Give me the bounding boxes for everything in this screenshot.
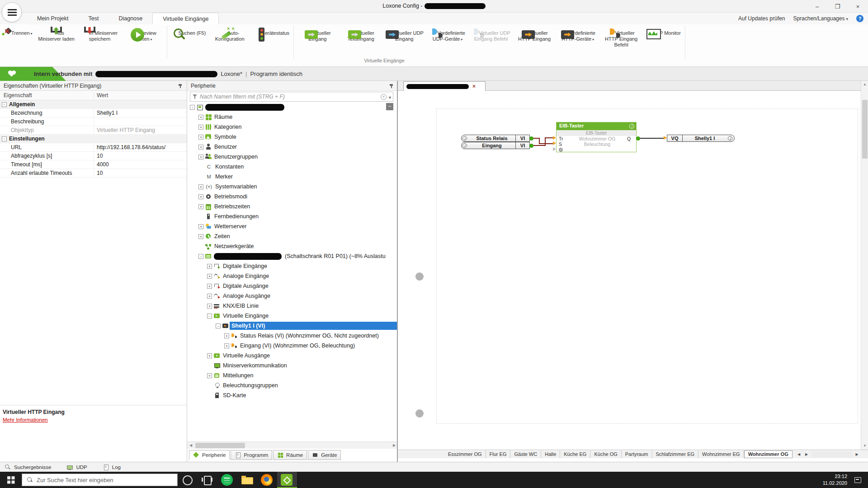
toolbar-virtueller-udp-eingang-befehl[interactable]: Virtueller UDP Eingang Befehl bbox=[469, 26, 513, 42]
scrollbar-thumb[interactable] bbox=[862, 100, 868, 159]
nav-page-dropdown[interactable] bbox=[402, 451, 410, 458]
tree-symbole[interactable]: + Symbole bbox=[187, 132, 398, 142]
tree-konstanten[interactable]: C Konstanten bbox=[187, 162, 398, 172]
tree-raeume[interactable]: + Räume bbox=[187, 112, 398, 122]
info-icon[interactable]: i bbox=[462, 143, 467, 148]
block-info-icon[interactable]: i bbox=[629, 124, 634, 129]
check-updates-link[interactable]: Auf Updates prüfen bbox=[738, 15, 785, 22]
ribbon-tab-test[interactable]: Test bbox=[78, 13, 108, 24]
canvas-horizontal-scrollbar[interactable] bbox=[811, 451, 852, 457]
tree-shelly1[interactable]: - Shelly1 I (VI) bbox=[187, 321, 398, 331]
close-button[interactable]: × bbox=[848, 0, 868, 13]
tree-knx-eib-linie[interactable]: + KNX/EIB Linie bbox=[187, 301, 398, 311]
tree-expander[interactable]: + bbox=[198, 155, 203, 160]
tree-expander[interactable]: + bbox=[224, 343, 229, 348]
group-collapse-icon[interactable]: - bbox=[2, 102, 7, 107]
nav-last-page[interactable] bbox=[433, 451, 441, 458]
diagram-input-status-relais[interactable]: i Status Relais VI bbox=[461, 135, 530, 142]
filter-options-icon[interactable] bbox=[389, 93, 391, 101]
page-tab-flur-eg[interactable]: Flur EG bbox=[486, 450, 511, 458]
ribbon-tab-virtuelle-eingaenge[interactable]: Virtuelle Eingänge bbox=[152, 13, 219, 24]
toolbar-virtueller-texteingang[interactable]: Virtueller Texteingang bbox=[339, 26, 382, 42]
toolbar-virtueller-eingang[interactable]: Virtueller Eingang bbox=[296, 26, 339, 42]
group-collapse-icon[interactable]: - bbox=[2, 136, 7, 141]
page-tab-kueche-eg[interactable]: Küche EG bbox=[560, 450, 590, 458]
tree-expander[interactable]: + bbox=[207, 373, 212, 378]
ribbon-tab-mein-projekt[interactable]: Mein Projekt bbox=[27, 13, 78, 24]
tree-expander[interactable]: + bbox=[198, 135, 203, 140]
tree-digitale-ausgaenge[interactable]: + Digitale Ausgänge bbox=[187, 281, 398, 291]
tree-expander[interactable] bbox=[198, 244, 203, 249]
tree-expander[interactable]: + bbox=[198, 234, 203, 239]
tree-merker[interactable]: M Merker bbox=[187, 172, 398, 182]
toolbar-trennen[interactable]: Trennen bbox=[2, 26, 35, 36]
tree-expander[interactable]: - bbox=[207, 314, 212, 319]
page-tab-esszimmer-og[interactable]: Esszimmer OG bbox=[444, 450, 486, 458]
taskbar-taskview-button[interactable] bbox=[198, 472, 217, 488]
collapse-all-button[interactable]: − bbox=[386, 103, 393, 110]
toolbar-virtueller-http-eingang[interactable]: Virtueller HTTP Eingang bbox=[513, 26, 556, 42]
languages-menu[interactable]: Sprachen/Languages bbox=[793, 15, 848, 22]
tree-expander[interactable]: + bbox=[224, 333, 229, 338]
tree-beleuchtungsgruppen[interactable]: Beleuchtungsgruppen bbox=[187, 380, 398, 390]
canvas-document-tab[interactable]: × bbox=[403, 81, 486, 91]
tree-kategorien[interactable]: + Kategorien bbox=[187, 122, 398, 132]
toolbar-geraetestatus[interactable]: Gerätestatus bbox=[251, 26, 292, 36]
tabs-scroll-left[interactable]: ◀ bbox=[795, 451, 803, 458]
tree-expander[interactable]: + bbox=[198, 145, 203, 150]
page-tab-kueche-og[interactable]: Küche OG bbox=[590, 450, 621, 458]
tree-eingang[interactable]: + Eingang (VI) (Wohnzimmer OG, Beleuchtu… bbox=[187, 341, 398, 351]
prop-anzahl-timeouts[interactable]: Anzahl erlaubte Timeouts 10 bbox=[0, 169, 187, 178]
toolbar-udp-monitor[interactable]: UDP Monitor bbox=[643, 26, 683, 36]
info-icon[interactable]: i bbox=[728, 136, 732, 141]
tab-close-icon[interactable]: × bbox=[472, 84, 476, 89]
tree-expander[interactable]: + bbox=[198, 224, 203, 229]
tree-virtuelle-ausgaenge[interactable]: + Virtuelle Ausgänge bbox=[187, 351, 398, 361]
tree-expander[interactable] bbox=[198, 214, 203, 219]
input-arrow-s-icon[interactable] bbox=[553, 141, 556, 145]
tree-miniserverkommunikation[interactable]: Miniserverkommunikation bbox=[187, 361, 398, 371]
tree-zeiten[interactable]: + Zeiten bbox=[187, 231, 398, 241]
tree-analoge-eingaenge[interactable]: + Analoge Eingänge bbox=[187, 271, 398, 281]
peri-tab-geraete[interactable]: Geräte bbox=[308, 450, 341, 460]
tree-expander[interactable]: + bbox=[207, 304, 212, 309]
virtual-output-pill[interactable]: VQ Shelly1 I i bbox=[667, 135, 735, 142]
peri-tab-programm[interactable]: Programm bbox=[231, 450, 272, 460]
tree-filter-input[interactable]: Nach Namen filtern mit (STRG + F) × bbox=[190, 92, 393, 102]
pin-icon[interactable] bbox=[389, 83, 394, 89]
tree-digitale-eingaenge[interactable]: + Digitale Eingänge bbox=[187, 261, 398, 271]
tree-miniserver[interactable]: - (Schaltschrank R01 P01) (~8% Auslastu bbox=[187, 251, 398, 261]
notification-center-icon[interactable] bbox=[854, 476, 862, 484]
tray-hidden-icons-button[interactable] bbox=[779, 476, 788, 484]
tree-expander[interactable] bbox=[198, 174, 203, 179]
prop-beschreibung[interactable]: Beschreibung bbox=[0, 117, 187, 126]
ribbon-tab-diagnose[interactable]: Diagnose bbox=[108, 13, 152, 24]
tabs-scroll-right[interactable]: ▶ bbox=[803, 451, 811, 458]
toolbar-virtueller-udp-eingang[interactable]: Virtueller UDP Eingang bbox=[382, 26, 426, 42]
tree-expander[interactable]: + bbox=[198, 194, 203, 199]
block-output-q[interactable]: Q bbox=[627, 136, 636, 141]
taskbar-spotify-button[interactable] bbox=[217, 472, 237, 488]
tree-expander[interactable] bbox=[207, 383, 212, 388]
scroll-left-icon[interactable]: ◀ bbox=[188, 443, 193, 448]
block-output-dot[interactable] bbox=[636, 136, 640, 141]
maximize-button[interactable]: ❐ bbox=[827, 0, 848, 13]
tree-betriebsmodi[interactable]: + Betriebsmodi bbox=[187, 192, 398, 202]
bottom-tab-udp[interactable]: UDP bbox=[66, 464, 87, 470]
peri-tab-raeume[interactable]: Räume bbox=[273, 450, 307, 460]
prop-abfragezyklus[interactable]: Abfragezyklus [s] 10 bbox=[0, 152, 187, 160]
toolbar-aus-miniserver-laden[interactable]: Aus Miniserver laden bbox=[35, 26, 78, 42]
output-connector-dot[interactable] bbox=[529, 144, 533, 148]
tree-expander[interactable] bbox=[207, 393, 212, 398]
scroll-down-icon[interactable]: ▼ bbox=[862, 443, 868, 449]
tree-expander[interactable]: + bbox=[207, 274, 212, 279]
page-tab-wohnzimmer-eg[interactable]: Wohnzimmer EG bbox=[698, 450, 744, 458]
tree-benutzergruppen[interactable]: + Benutzergruppen bbox=[187, 152, 398, 162]
tree-betriebszeiten[interactable]: + Betriebszeiten bbox=[187, 202, 398, 211]
block-input-tr[interactable]: Tr bbox=[557, 136, 567, 141]
tree-expander[interactable]: + bbox=[207, 264, 212, 269]
nav-prev-page[interactable] bbox=[418, 451, 425, 458]
taskbar-cortana-button[interactable] bbox=[178, 472, 198, 488]
tree-expander[interactable]: + bbox=[198, 204, 203, 209]
tray-volume-icon[interactable] bbox=[808, 476, 816, 484]
